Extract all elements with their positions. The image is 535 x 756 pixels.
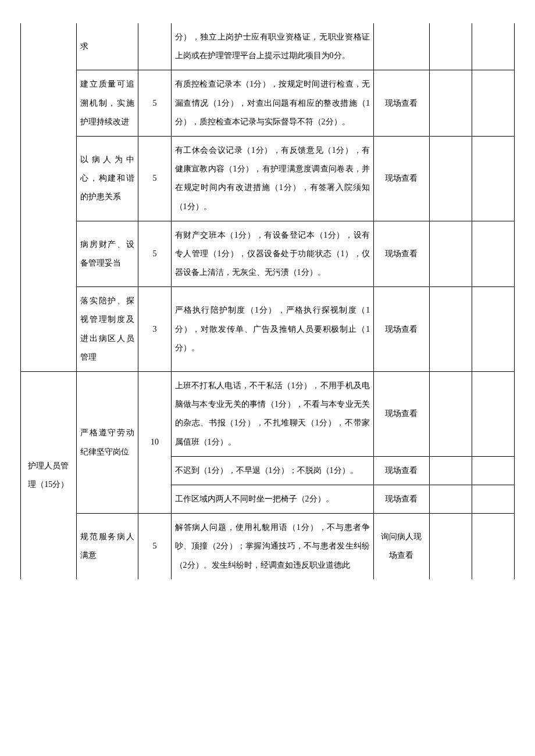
- criteria-cell: 解答病人问题，使用礼貌用语（1分），不与患者争吵、顶撞（2分）；掌握沟通技巧，不…: [171, 514, 374, 579]
- blank-cell: [429, 287, 472, 372]
- criteria-cell: 有工休会会议记录（1分），有反馈意见（1分），有健康宣教内容（1分），有护理满意…: [171, 136, 374, 221]
- table-row: 求 分），独立上岗护士应有职业资格证，无职业资格证上岗或在护理管理平台上提示过期…: [21, 23, 515, 70]
- method-cell: 现场查看: [374, 136, 430, 221]
- criteria-cell: 严格执行陪护制度（1分），严格执行探视制度（1分），对散发传单、广告及推销人员要…: [171, 287, 374, 372]
- blank-cell: [429, 221, 472, 287]
- evaluation-table: 求 分），独立上岗护士应有职业资格证，无职业资格证上岗或在护理管理平台上提示过期…: [20, 23, 515, 579]
- criteria-cell: 不迟到（1分），不早退（1分）；不脱岗（1分）。: [171, 456, 374, 485]
- blank-cell: [472, 70, 514, 137]
- blank-cell: [429, 456, 472, 485]
- method-cell: 现场查看: [374, 372, 430, 457]
- score-cell: 5: [138, 221, 171, 287]
- method-cell: 现场查看: [374, 456, 430, 485]
- item-cell: 落实陪护、探视管理制度及进出病区人员管理: [76, 287, 138, 372]
- criteria-cell: 有质控检查记录本（1分），按规定时间进行检查，无漏查情况（1分），对查出问题有相…: [171, 70, 374, 137]
- blank-cell: [472, 221, 514, 287]
- blank-cell: [472, 485, 514, 513]
- score-cell: 3: [138, 287, 171, 372]
- table-row: 建立质量可追溯机制，实施护理持续改进 5 有质控检查记录本（1分），按规定时间进…: [21, 70, 515, 137]
- item-cell: 规范服务病人满意: [76, 514, 138, 579]
- blank-cell: [429, 23, 472, 70]
- method-cell: 现场查看: [374, 485, 430, 513]
- method-cell: 询问病人现场查看: [374, 514, 430, 579]
- category-cell: 护理人员管理（15分）: [21, 372, 77, 579]
- table-row: 落实陪护、探视管理制度及进出病区人员管理 3 严格执行陪护制度（1分），严格执行…: [21, 287, 515, 372]
- item-cell: 严格遵守劳动纪律坚守岗位: [76, 372, 138, 514]
- table-row: 规范服务病人满意 5 解答病人问题，使用礼貌用语（1分），不与患者争吵、顶撞（2…: [21, 514, 515, 579]
- blank-cell: [472, 287, 514, 372]
- item-cell: 建立质量可追溯机制，实施护理持续改进: [76, 70, 138, 137]
- blank-cell: [472, 514, 514, 579]
- blank-cell: [429, 136, 472, 221]
- item-cell: 以病人为中心，构建和谐的护患关系: [76, 136, 138, 221]
- score-cell: 10: [138, 372, 171, 514]
- score-cell: 5: [138, 70, 171, 137]
- criteria-cell: 工作区域内两人不同时坐一把椅子（2分）。: [171, 485, 374, 513]
- table-row: 护理人员管理（15分） 严格遵守劳动纪律坚守岗位 10 上班不打私人电话，不干私…: [21, 372, 515, 457]
- category-cell-top: [21, 23, 77, 372]
- table-row: 以病人为中心，构建和谐的护患关系 5 有工休会会议记录（1分），有反馈意见（1分…: [21, 136, 515, 221]
- blank-cell: [472, 136, 514, 221]
- blank-cell: [429, 372, 472, 457]
- blank-cell: [429, 514, 472, 579]
- blank-cell: [472, 23, 514, 70]
- score-cell: 5: [138, 136, 171, 221]
- item-cell: 病房财产、设备管理妥当: [76, 221, 138, 287]
- blank-cell: [429, 70, 472, 137]
- score-cell: [138, 23, 171, 70]
- score-cell: 5: [138, 514, 171, 579]
- method-cell: 现场查看: [374, 70, 430, 137]
- method-cell: 现场查看: [374, 287, 430, 372]
- table-row: 病房财产、设备管理妥当 5 有财产交班本（1分），有设备登记本（1分），设有专人…: [21, 221, 515, 287]
- item-cell: 求: [76, 23, 138, 70]
- criteria-cell: 上班不打私人电话，不干私活（1分），不用手机及电脑做与本专业无关的事情（1分），…: [171, 372, 374, 457]
- blank-cell: [472, 372, 514, 457]
- criteria-cell: 有财产交班本（1分），有设备登记本（1分），设有专人管理（1分），仪器设备处于功…: [171, 221, 374, 287]
- blank-cell: [472, 456, 514, 485]
- criteria-cell: 分），独立上岗护士应有职业资格证，无职业资格证上岗或在护理管理平台上提示过期此项…: [171, 23, 374, 70]
- method-cell: 现场查看: [374, 221, 430, 287]
- method-cell: [374, 23, 430, 70]
- blank-cell: [429, 485, 472, 513]
